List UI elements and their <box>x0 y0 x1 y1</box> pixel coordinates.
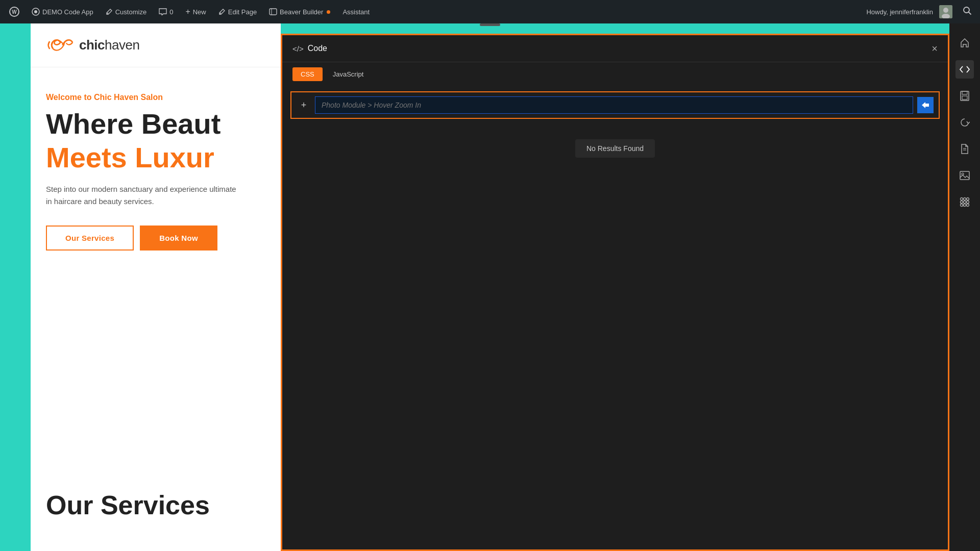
site-header: chichaven <box>31 23 281 67</box>
code-panel-title: </> Code <box>292 44 327 53</box>
beaver-builder-label: Beaver Builder <box>280 8 323 16</box>
main-area: chichaven Welcome to Chic Haven Salon Wh… <box>31 23 980 551</box>
book-now-button[interactable]: Book Now <box>140 226 217 251</box>
assistant-item[interactable]: Assistant <box>337 0 375 23</box>
site-heading-line1: Where Beaut <box>46 108 265 140</box>
site-buttons: Our Services Book Now <box>46 226 265 251</box>
user-avatar <box>939 5 952 18</box>
no-results-area: No Results Found <box>282 139 948 158</box>
beaver-icon <box>269 8 277 15</box>
submit-search-button[interactable] <box>917 97 934 113</box>
logo-haven: haven <box>105 37 139 53</box>
wp-logo-item[interactable]: W <box>4 0 24 23</box>
new-item[interactable]: + New <box>180 0 211 23</box>
svg-rect-2 <box>270 9 277 15</box>
site-logo: chichaven <box>46 34 139 57</box>
site-tagline: Welcome to Chic Haven Salon <box>46 93 265 102</box>
edit-page-label: Edit Page <box>228 8 257 16</box>
comment-count: 0 <box>169 8 173 16</box>
code-brackets-icon: </> <box>292 44 304 53</box>
customize-icon <box>106 8 113 15</box>
search-row-container: + <box>282 86 948 124</box>
logo-text: chichaven <box>79 37 139 53</box>
customize-label: Customize <box>115 8 146 16</box>
code-tabs: CSS JavaScript <box>282 62 948 86</box>
website-preview: chichaven Welcome to Chic Haven Salon Wh… <box>31 23 281 551</box>
tab-css[interactable]: CSS <box>292 67 323 81</box>
wp-logo-icon: W <box>9 7 19 17</box>
site-description: Step into our modern sanctuary and exper… <box>46 183 240 208</box>
logo-chic: chic <box>79 37 105 53</box>
no-results-message: No Results Found <box>575 139 655 158</box>
comment-icon <box>159 8 167 15</box>
svg-line-8 <box>969 12 971 15</box>
close-panel-button[interactable]: × <box>932 43 938 54</box>
beaver-builder-item[interactable]: Beaver Builder <box>264 0 335 23</box>
demo-code-app-label: DEMO Code App <box>42 8 93 16</box>
svg-point-5 <box>943 8 948 13</box>
comments-item[interactable]: 0 <box>154 0 178 23</box>
edit-page-item[interactable]: Edit Page <box>213 0 262 23</box>
site-heading-line2: Meets Luxur <box>46 142 265 173</box>
admin-bar: W DEMO Code App Customize 0 + New <box>0 0 980 23</box>
svg-point-1 <box>34 10 37 13</box>
add-snippet-button[interactable]: + <box>297 98 311 112</box>
svg-point-7 <box>964 7 969 13</box>
our-services-button[interactable]: Our Services <box>46 226 134 251</box>
demo-code-app-item[interactable]: DEMO Code App <box>27 0 99 23</box>
snippet-search-input[interactable] <box>315 96 913 114</box>
tab-javascript[interactable]: JavaScript <box>325 67 372 81</box>
beaver-active-dot <box>327 10 330 14</box>
site-icon <box>32 8 40 16</box>
search-button[interactable] <box>959 6 976 17</box>
assistant-label: Assistant <box>342 8 370 16</box>
code-panel-title-text: Code <box>308 44 327 53</box>
customize-item[interactable]: Customize <box>101 0 152 23</box>
our-services-preview-text: Our Services <box>46 490 210 520</box>
new-label: New <box>193 8 206 16</box>
code-panel: </> Code × CSS JavaScript + N <box>281 34 949 551</box>
logo-icon <box>46 34 74 57</box>
edit-icon <box>218 8 226 15</box>
code-panel-header: </> Code × <box>282 35 948 62</box>
howdy-text: Howdy, jenniferfranklin <box>866 8 933 16</box>
site-content: Welcome to Chic Haven Salon Where Beaut … <box>31 67 281 266</box>
new-plus-icon: + <box>185 7 190 16</box>
